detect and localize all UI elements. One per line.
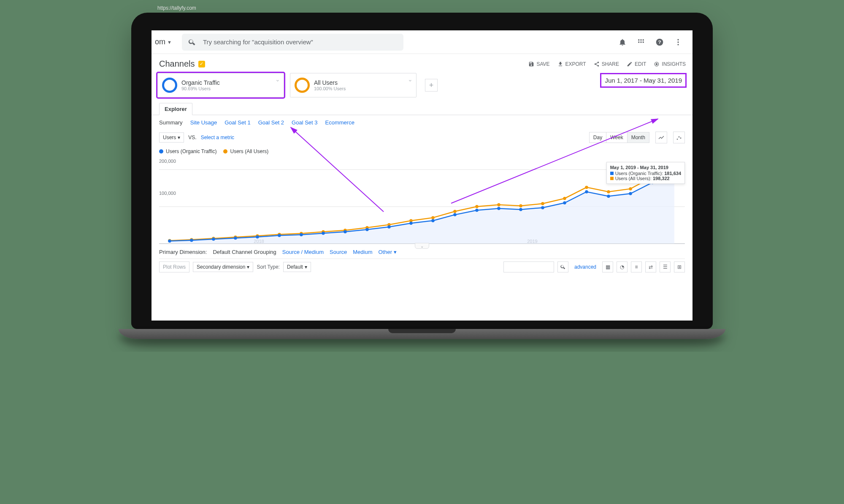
svg-point-52 xyxy=(300,233,303,236)
account-selector[interactable]: om ▼ xyxy=(152,38,172,46)
segment-organic-traffic[interactable]: Organic Traffic 90.69% Users ⌄ xyxy=(157,73,284,97)
sort-label: Sort Type: xyxy=(257,264,279,270)
subtab-ecommerce[interactable]: Ecommerce xyxy=(325,119,354,126)
search-input[interactable]: Try searching for "acquisition overview" xyxy=(182,34,403,51)
edit-button[interactable]: EDIT xyxy=(627,61,646,67)
svg-text:?: ? xyxy=(658,39,661,45)
svg-point-10 xyxy=(677,44,679,45)
subtab-goal1[interactable]: Goal Set 1 xyxy=(225,119,250,126)
donut-icon xyxy=(162,78,177,93)
svg-rect-4 xyxy=(641,41,642,43)
chevron-down-icon[interactable]: ⌄ xyxy=(275,76,280,83)
svg-point-16 xyxy=(677,139,678,140)
svg-point-40 xyxy=(563,197,566,200)
plot-rows-button[interactable]: Plot Rows xyxy=(159,261,189,272)
chart-type-icon[interactable] xyxy=(655,132,667,143)
svg-point-43 xyxy=(629,187,632,190)
granularity-day[interactable]: Day xyxy=(590,132,606,143)
svg-point-41 xyxy=(585,186,588,189)
svg-point-64 xyxy=(563,201,566,204)
url-label: https://tallyfy.com xyxy=(157,5,196,11)
search-placeholder: Try searching for "acquisition overview" xyxy=(203,38,313,46)
more-icon[interactable] xyxy=(673,37,683,47)
legend-organic: Users (Organic Traffic) xyxy=(159,148,216,154)
segment-name: Organic Traffic xyxy=(181,79,220,86)
insights-button[interactable]: INSIGHTS xyxy=(654,61,686,67)
export-button[interactable]: EXPORT xyxy=(557,61,586,67)
segment-sub: 100.00% Users xyxy=(314,86,346,91)
svg-point-37 xyxy=(497,203,500,206)
svg-point-46 xyxy=(168,240,171,243)
svg-point-59 xyxy=(453,213,456,216)
svg-point-18 xyxy=(680,137,682,139)
svg-point-61 xyxy=(497,207,500,210)
account-label: om xyxy=(155,38,165,46)
chevron-down-icon: ▼ xyxy=(167,40,172,45)
select-metric-link[interactable]: Select a metric xyxy=(201,135,234,140)
svg-point-13 xyxy=(597,65,599,67)
svg-point-50 xyxy=(256,235,259,238)
segment-name: All Users xyxy=(314,79,346,86)
help-icon[interactable]: ? xyxy=(655,37,665,47)
chart-type-icon-2[interactable] xyxy=(673,132,685,143)
search-button-icon[interactable] xyxy=(557,261,568,272)
view-pie-icon[interactable]: ◔ xyxy=(617,261,628,272)
svg-point-53 xyxy=(322,232,325,234)
search-icon xyxy=(188,38,196,46)
subtab-summary[interactable]: Summary xyxy=(159,119,183,126)
bell-icon[interactable] xyxy=(617,37,628,47)
svg-point-17 xyxy=(679,136,680,137)
chart-tooltip: May 1, 2019 - May 31, 2019 Users (Organi… xyxy=(606,162,685,184)
svg-rect-0 xyxy=(638,39,639,40)
table-search-input[interactable] xyxy=(503,261,554,272)
subtab-goal2[interactable]: Goal Set 2 xyxy=(258,119,284,126)
drag-handle-icon[interactable]: ⌄ xyxy=(415,243,429,249)
svg-point-47 xyxy=(190,239,193,242)
view-bar-icon[interactable]: ≡ xyxy=(631,261,642,272)
secondary-dimension-selector[interactable]: Secondary dimension ▾ xyxy=(193,262,253,272)
svg-point-35 xyxy=(453,210,456,213)
chart-area[interactable]: 200,000 100,000 2018 2019 May 1, 2019 - … xyxy=(159,157,685,237)
svg-rect-3 xyxy=(638,41,639,43)
legend-all: Users (All Users) xyxy=(223,148,268,154)
metric-selector[interactable]: Users ▾ xyxy=(159,132,184,143)
view-pivot-icon[interactable]: ⊞ xyxy=(674,261,685,272)
donut-icon xyxy=(295,78,310,93)
chevron-down-icon[interactable]: ⌄ xyxy=(408,76,413,83)
share-button[interactable]: SHARE xyxy=(594,61,619,67)
svg-rect-5 xyxy=(643,41,644,43)
save-button[interactable]: SAVE xyxy=(528,61,549,67)
view-table-icon[interactable]: ▦ xyxy=(602,261,613,272)
svg-point-38 xyxy=(519,204,522,207)
apps-icon[interactable] xyxy=(636,37,646,47)
granularity-month[interactable]: Month xyxy=(628,132,649,143)
subtab-site-usage[interactable]: Site Usage xyxy=(190,119,217,126)
tab-explorer[interactable]: Explorer xyxy=(159,103,192,115)
svg-point-55 xyxy=(365,228,368,231)
svg-point-56 xyxy=(387,225,390,228)
svg-point-62 xyxy=(519,208,522,211)
svg-point-54 xyxy=(344,230,346,233)
subtab-goal3[interactable]: Goal Set 3 xyxy=(292,119,317,126)
svg-point-58 xyxy=(431,219,434,222)
svg-point-66 xyxy=(607,194,610,197)
page-title: Channels ✓ xyxy=(159,59,205,69)
svg-point-42 xyxy=(607,190,610,193)
sort-type-selector[interactable]: Default ▾ xyxy=(283,262,311,272)
granularity-week[interactable]: Week xyxy=(606,132,627,143)
svg-point-57 xyxy=(409,222,412,225)
svg-rect-1 xyxy=(641,39,642,40)
svg-point-12 xyxy=(594,63,596,65)
svg-point-11 xyxy=(597,62,599,63)
svg-point-60 xyxy=(475,209,478,212)
view-term-icon[interactable]: ☰ xyxy=(660,261,671,272)
advanced-link[interactable]: advanced xyxy=(574,264,596,270)
view-comparison-icon[interactable]: ⇄ xyxy=(645,261,656,272)
date-range-selector[interactable]: Jun 1, 2017 - May 31, 2019 xyxy=(600,73,687,88)
segment-all-users[interactable]: All Users 100.00% Users ⌄ xyxy=(290,73,417,97)
add-segment-button[interactable]: + xyxy=(425,79,438,92)
verified-badge-icon: ✓ xyxy=(198,61,205,67)
svg-point-36 xyxy=(475,205,478,208)
segment-sub: 90.69% Users xyxy=(181,86,220,91)
svg-point-39 xyxy=(541,202,544,205)
